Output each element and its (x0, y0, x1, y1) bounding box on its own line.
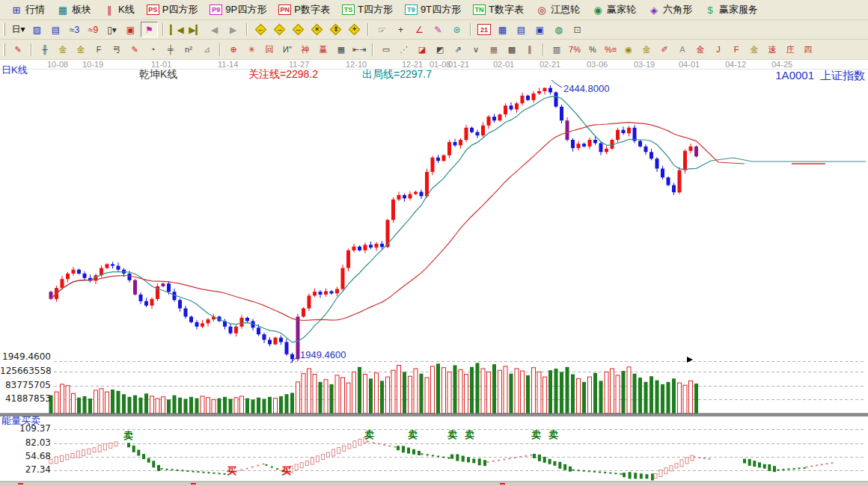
f-grid-icon[interactable]: F (91, 42, 107, 58)
toolbar-grip (3, 23, 5, 36)
menu-winner-wheel[interactable]: ◉赢家轮 (586, 1, 642, 18)
compass-icon[interactable]: ◔ (144, 42, 161, 58)
last-bar-icon[interactable]: ▶▎ (187, 22, 204, 37)
zigzag-icon[interactable]: ∨ (468, 42, 484, 58)
mirror-angle-icon[interactable]: ⊿ (198, 42, 215, 58)
date-tick-label: 02-01 (493, 60, 514, 69)
f-angle-icon[interactable]: F (728, 42, 745, 58)
gold-speed-icon[interactable]: 金 (746, 42, 762, 58)
gold-grid-icon[interactable]: 金 (55, 42, 71, 58)
span-measure-icon[interactable]: ⇤⇥ (351, 42, 367, 58)
minor-cycle-3-icon[interactable]: ≈3 (66, 22, 83, 37)
menu-kline-icon: ∥ (103, 4, 115, 16)
calculator-icon[interactable]: ▦ (494, 22, 511, 37)
toolbar-separator (367, 23, 369, 36)
fine-grid-icon[interactable]: ▦ (486, 42, 502, 58)
si-angle-icon[interactable]: 四 (800, 42, 816, 58)
menu-hexagon-icon: ◈ (648, 4, 660, 16)
menu-gann-wheel[interactable]: ◎江恩轮 (530, 1, 586, 18)
angle-tool-icon[interactable]: ∠ (411, 22, 428, 37)
calendar-icon[interactable]: 21 (477, 24, 491, 35)
menu-p-square[interactable]: PSP四方形 (141, 1, 204, 18)
column-percent-icon[interactable]: ▥ (548, 42, 565, 58)
menu-hexagon[interactable]: ◈六角形 (642, 1, 698, 18)
chart-canvas[interactable] (0, 60, 868, 486)
target-circle-icon[interactable]: ⊕ (225, 42, 242, 58)
fan-box-icon[interactable]: ◪ (414, 42, 430, 58)
fan-dark-icon[interactable]: ◩ (432, 42, 448, 58)
zhuang-angle-icon[interactable]: 庄 (782, 42, 798, 58)
kline-chart-area[interactable]: 日K线 乾坤K线 关注线=2298.2 出局线=2297.7 1A0001上证指… (0, 60, 868, 486)
date-tick-label: 12-10 (346, 60, 367, 69)
parallel-lines-icon[interactable]: ∥ (522, 42, 538, 58)
next-bar-icon[interactable]: ▶ (224, 22, 242, 37)
expand-h-diamond-icon[interactable]: ↔ (290, 22, 307, 37)
date-tick-label: 03-06 (587, 60, 608, 69)
first-bar-icon[interactable]: ▎◀ (168, 22, 186, 37)
ruler-grid-icon[interactable]: ╪ (162, 42, 179, 58)
j-angle-icon[interactable]: J (710, 42, 727, 58)
su-angle-icon[interactable]: 速 (764, 42, 780, 58)
menu-9t-square[interactable]: T99T四方形 (399, 1, 467, 18)
ying-grid-icon[interactable]: 赢 (315, 42, 331, 58)
number-grid-icon[interactable]: ▦ (333, 42, 349, 58)
date-tick-label: 04-25 (771, 60, 792, 69)
minor-cycle-9-icon[interactable]: ≈9 (85, 22, 102, 37)
expand-v-diamond-icon[interactable]: ⇕ (327, 22, 344, 37)
gold-circle-icon[interactable]: ◉ (620, 42, 637, 58)
export-icon[interactable]: ◍ (550, 22, 567, 37)
shrink-diamond-icon[interactable]: × (308, 22, 326, 37)
square-target-icon[interactable]: 回 (261, 42, 278, 58)
draw-band-icon[interactable]: ✎ (430, 22, 447, 37)
prev-bar-icon[interactable]: ◀ (206, 22, 223, 37)
crosshair-tool-icon[interactable]: + (392, 22, 409, 37)
trend-arrow-icon[interactable]: ⇗ (450, 42, 466, 58)
shen-grid-icon[interactable]: 神 (297, 42, 314, 58)
menu-quotes[interactable]: ⊞行情 (4, 1, 51, 18)
pan-left-diamond-icon[interactable]: ← (252, 22, 269, 37)
chart-layout-icon[interactable]: ▨ (28, 22, 46, 37)
symbol-name: 上证指数 (820, 69, 865, 81)
hand-tool-icon[interactable]: ☞ (373, 22, 391, 37)
qiankun-pattern-icon[interactable]: ▣ (122, 22, 139, 37)
percent-7-icon[interactable]: 7% (566, 42, 583, 58)
memo-icon[interactable]: ▤ (513, 22, 530, 37)
wave-mark-icon[interactable]: И″ (279, 42, 296, 58)
box-tool-icon[interactable]: ▭ (378, 42, 394, 58)
percent-icon[interactable]: % (584, 42, 601, 58)
gold-angle-icon[interactable]: 金 (692, 42, 709, 58)
menu-kline[interactable]: ∥K线 (97, 1, 141, 18)
save-icon[interactable]: ▣ (531, 22, 548, 37)
date-tick-label: 11-01 (151, 60, 171, 69)
gold-grid-2-icon[interactable]: 金 (73, 42, 89, 58)
zoom-reset-diamond-icon[interactable]: + (346, 22, 363, 37)
percent-lines-icon[interactable]: %≡ (602, 42, 619, 58)
period-day-dropdown[interactable]: 日▾ (10, 22, 27, 37)
menu-winner-service[interactable]: $赢家服务 (698, 1, 764, 18)
gold-lines-icon[interactable]: 金 (638, 42, 655, 58)
menu-p-number-table[interactable]: PNP数字表 (272, 1, 336, 18)
star-target-icon[interactable]: ✳ (243, 42, 260, 58)
signal-flag-icon[interactable]: ⚑ (141, 22, 158, 37)
axis-grid-icon[interactable]: ▩ (504, 42, 520, 58)
exit-line-value: 出局线=2297.7 (362, 69, 432, 80)
menu-9p-square[interactable]: P99P四方形 (204, 1, 272, 18)
candle-style-dropdown[interactable]: ▯▾ (103, 22, 120, 37)
gann-grid-icon[interactable]: ╫ (37, 42, 53, 58)
print-icon[interactable]: ⊡ (569, 22, 586, 37)
fan-lines-icon[interactable]: ⋰ (396, 42, 412, 58)
bow-grid-icon[interactable]: 弓 (109, 42, 125, 58)
knot-tool-icon[interactable]: ⊛ (448, 22, 465, 37)
a-angle-icon[interactable]: A (674, 42, 691, 58)
menu-sectors-icon: ▦ (57, 4, 69, 16)
info-panel-icon[interactable]: ▤ (47, 22, 64, 37)
date-tick-label: 03-19 (634, 60, 655, 69)
pan-right-diamond-icon[interactable]: → (271, 22, 288, 37)
pen-ruler-icon[interactable]: ✎ (126, 42, 143, 58)
menu-t-number-table[interactable]: TNT数字表 (467, 1, 530, 18)
n2-grid-icon[interactable]: n² (180, 42, 197, 58)
menu-t-square[interactable]: TST四方形 (336, 1, 399, 18)
brush-icon[interactable]: ✎ (10, 42, 26, 58)
pen-flag-icon[interactable]: ✐ (656, 42, 673, 58)
menu-sectors[interactable]: ▦板块 (51, 1, 97, 18)
